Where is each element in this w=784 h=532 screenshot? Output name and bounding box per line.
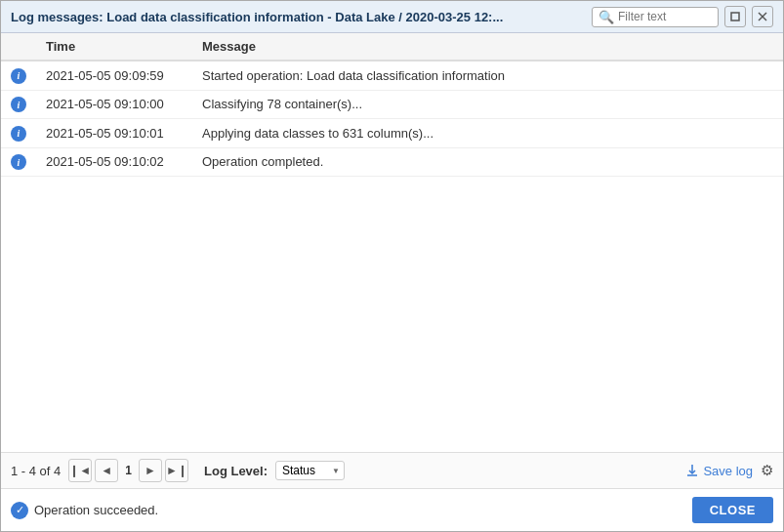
row-icon-cell: i — [1, 147, 36, 177]
status-text: Operation succeeded. — [34, 503, 158, 517]
row-time-cell: 2021-05-05 09:10:02 — [36, 147, 192, 177]
close-dialog-button[interactable] — [752, 6, 773, 27]
prev-page-button[interactable]: ◄ — [95, 459, 118, 482]
pagination-summary: 1 - 4 of 4 — [11, 464, 61, 478]
save-log-button[interactable]: Save log — [685, 464, 753, 478]
row-message-cell: Operation completed. — [192, 147, 783, 177]
download-icon — [685, 464, 699, 477]
log-level-label: Log Level: — [204, 464, 268, 478]
pagination-controls: ❙◄ ◄ 1 ► ►❙ — [68, 459, 188, 482]
row-message-cell: Applying data classes to 631 column(s)..… — [192, 119, 783, 148]
close-icon — [758, 12, 767, 21]
table-row: i2021-05-05 09:09:59Started operation: L… — [1, 61, 783, 90]
log-table-container: Time Message i2021-05-05 09:09:59Started… — [1, 33, 783, 452]
table-row: i2021-05-05 09:10:02Operation completed. — [1, 147, 783, 177]
dialog-title: Log messages: Load data classification i… — [11, 10, 582, 24]
filter-box: 🔍 — [592, 7, 719, 27]
log-table: Time Message i2021-05-05 09:09:59Started… — [1, 33, 783, 177]
log-level-select-wrapper: StatusDebugInfoWarningError — [275, 461, 345, 480]
dialog: Log messages: Load data classification i… — [0, 0, 784, 532]
info-icon: i — [11, 97, 26, 112]
row-message-cell: Classifying 78 container(s)... — [192, 90, 783, 119]
col-icon-header — [1, 33, 36, 61]
row-time-cell: 2021-05-05 09:10:00 — [36, 90, 192, 119]
maximize-button[interactable] — [724, 6, 746, 27]
last-page-button[interactable]: ►❙ — [165, 459, 188, 482]
row-time-cell: 2021-05-05 09:09:59 — [36, 61, 192, 90]
next-page-button[interactable]: ► — [139, 459, 162, 482]
settings-button[interactable]: ⚙ — [761, 462, 773, 479]
table-row: i2021-05-05 09:10:00Classifying 78 conta… — [1, 90, 783, 119]
row-icon-cell: i — [1, 119, 36, 148]
maximize-icon — [730, 12, 740, 21]
footer-bar: 1 - 4 of 4 ❙◄ ◄ 1 ► ►❙ Log Level: Status… — [1, 452, 783, 488]
info-icon: i — [11, 154, 26, 170]
log-level-select[interactable]: StatusDebugInfoWarningError — [275, 461, 345, 480]
row-icon-cell: i — [1, 61, 36, 90]
success-icon: ✓ — [11, 502, 28, 519]
table-row: i2021-05-05 09:10:01Applying data classe… — [1, 119, 783, 148]
titlebar-controls: 🔍 — [592, 6, 773, 27]
table-header-row: Time Message — [1, 33, 783, 61]
search-icon: 🔍 — [598, 10, 614, 24]
titlebar: Log messages: Load data classification i… — [1, 1, 783, 33]
info-icon: i — [11, 68, 26, 84]
filter-input[interactable] — [618, 10, 712, 23]
first-page-button[interactable]: ❙◄ — [68, 459, 92, 482]
status-message: ✓ Operation succeeded. — [11, 502, 158, 519]
row-icon-cell: i — [1, 90, 36, 119]
svg-rect-0 — [731, 13, 739, 20]
info-icon: i — [11, 126, 26, 142]
current-page-number: 1 — [121, 459, 136, 482]
row-message-cell: Started operation: Load data classificat… — [192, 61, 783, 90]
status-bar: ✓ Operation succeeded. CLOSE — [1, 488, 783, 531]
col-time-header: Time — [36, 33, 192, 61]
close-button[interactable]: CLOSE — [692, 497, 773, 523]
row-time-cell: 2021-05-05 09:10:01 — [36, 119, 192, 148]
col-message-header: Message — [192, 33, 783, 61]
